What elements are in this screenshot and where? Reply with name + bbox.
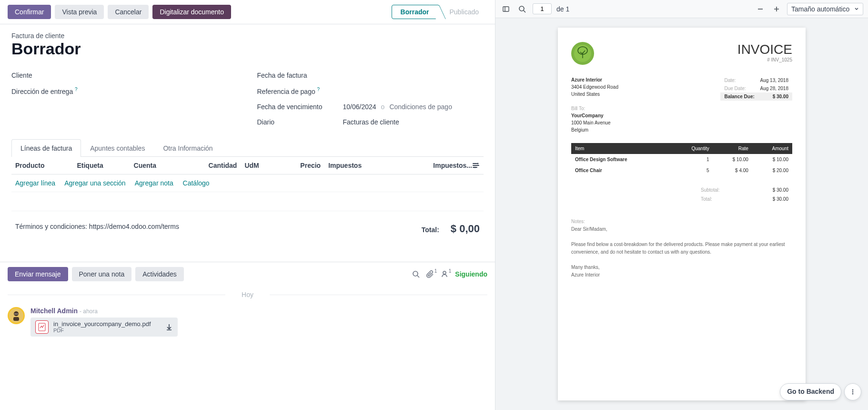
sidebar-toggle-icon[interactable] — [500, 3, 512, 15]
svg-point-15 — [852, 393, 854, 395]
date-separator: Hoy — [0, 286, 495, 303]
to-name: YourCompany — [571, 113, 604, 118]
invoice-items-table: Item Quantity Rate Amount Office Design … — [571, 143, 792, 176]
zoom-out-icon[interactable] — [755, 3, 766, 15]
more-icon[interactable] — [844, 383, 861, 400]
search-icon[interactable] — [516, 3, 528, 15]
tab-journal-items[interactable]: Apuntes contables — [81, 139, 154, 157]
pdf-toolbar: de 1 Tamaño automático — [495, 0, 868, 18]
col-tax-excl[interactable]: Impuestos... — [393, 157, 484, 174]
page-total: de 1 — [556, 5, 569, 13]
followers-icon[interactable]: 1 — [441, 270, 448, 278]
zoom-select[interactable]: Tamaño automático — [787, 3, 863, 15]
attachment[interactable]: in_invoice_yourcompany_demo.pdf PDF — [30, 318, 178, 337]
catalog-link[interactable]: Catálogo — [183, 179, 210, 187]
separator: o — [376, 103, 390, 111]
total-label: Total: — [422, 226, 439, 234]
chevron-down-icon — [854, 7, 859, 11]
attachment-name: in_invoice_yourcompany_demo.pdf — [53, 320, 151, 328]
journal-label: Diario — [257, 118, 343, 126]
svg-point-10 — [519, 6, 524, 11]
svg-point-3 — [443, 271, 446, 274]
svg-point-2 — [413, 271, 418, 276]
add-note-link[interactable]: Agregar nota — [135, 179, 173, 187]
message-time: - ahora — [80, 308, 98, 315]
invoice-date-label: Fecha de factura — [257, 72, 343, 79]
delivery-address-label: Dirección de entrega ? — [11, 87, 97, 95]
to-addr2: Belgium — [571, 127, 588, 133]
svg-rect-9 — [503, 7, 509, 11]
pdf-viewport[interactable]: INVOICE # INV_1025 Azure Interior 3404 E… — [495, 18, 868, 410]
activities-button[interactable]: Actividades — [135, 267, 184, 281]
cancel-button[interactable]: Cancelar — [108, 5, 149, 19]
col-product[interactable]: Producto — [11, 157, 73, 174]
digitize-button[interactable]: Digitalizar documento — [152, 5, 231, 19]
to-addr1: 1000 Main Avenue — [571, 120, 611, 125]
message: Mitchell Admin - ahora in_invoice_yourco… — [0, 303, 495, 340]
from-addr1: 3404 Edgewood Road — [571, 84, 618, 90]
tab-other-info[interactable]: Otra Información — [154, 139, 222, 157]
table-row: Office Design Software1$ 10.00$ 10.00 — [571, 154, 792, 165]
from-name: Azure Interior — [571, 77, 602, 82]
col-account[interactable]: Cuenta — [130, 157, 181, 174]
payment-ref-label: Referencia de pago ? — [257, 87, 343, 95]
pdf-page: INVOICE # INV_1025 Azure Interior 3404 E… — [558, 28, 806, 400]
search-icon[interactable] — [412, 270, 420, 278]
following-button[interactable]: Siguiendo — [455, 270, 487, 278]
col-price[interactable]: Precio — [278, 157, 324, 174]
go-to-backend-button[interactable]: Go to Backend — [780, 383, 841, 400]
invoice-number: # INV_1025 — [737, 57, 792, 62]
doc-type-label: Factura de cliente — [11, 32, 484, 40]
payment-terms-field[interactable]: Condiciones de pago — [389, 103, 452, 111]
chatter-bar: Enviar mensaje Poner una nota Actividade… — [0, 262, 495, 286]
tabs: Líneas de factura Apuntes contables Otra… — [11, 139, 484, 157]
send-message-button[interactable]: Enviar mensaje — [8, 267, 68, 281]
action-bar: Confirmar Vista previa Cancelar Digitali… — [0, 0, 495, 24]
logo — [571, 42, 594, 65]
log-note-button[interactable]: Poner una nota — [72, 267, 132, 281]
col-taxes[interactable]: Impuestos — [324, 157, 393, 174]
col-uom[interactable]: UdM — [241, 157, 277, 174]
col-qty[interactable]: Cantidad — [181, 157, 241, 174]
preview-button[interactable]: Vista previa — [55, 5, 104, 19]
status-bar: Borrador Publicado — [392, 5, 487, 19]
from-addr2: United States — [571, 92, 600, 97]
tab-invoice-lines[interactable]: Líneas de factura — [11, 139, 81, 157]
add-section-link[interactable]: Agregar una sección — [64, 179, 125, 187]
add-line-link[interactable]: Agregar línea — [15, 179, 55, 187]
col-label[interactable]: Etiqueta — [73, 157, 130, 174]
pdf-icon — [35, 320, 49, 334]
svg-rect-7 — [14, 313, 18, 315]
message-author[interactable]: Mitchell Admin — [30, 307, 78, 315]
due-date-field[interactable]: 10/06/2024 — [343, 103, 376, 111]
zoom-in-icon[interactable] — [771, 3, 782, 15]
svg-point-13 — [852, 390, 854, 391]
invoice-lines-table: Producto Etiqueta Cuenta Cantidad UdM Pr… — [11, 157, 484, 211]
help-icon[interactable]: ? — [75, 87, 78, 92]
bill-to-label: Bill To: — [571, 106, 585, 111]
due-date-label: Fecha de vencimiento — [257, 103, 343, 111]
svg-rect-6 — [13, 317, 19, 321]
invoice-title: INVOICE — [737, 42, 792, 57]
confirm-button[interactable]: Confirmar — [8, 5, 51, 19]
avatar — [8, 307, 25, 324]
status-draft[interactable]: Borrador — [392, 5, 438, 19]
settings-icon[interactable] — [472, 162, 480, 169]
svg-point-1 — [474, 166, 476, 168]
svg-point-14 — [852, 391, 854, 393]
form-sheet: Factura de cliente Borrador Cliente Dire… — [0, 24, 495, 262]
download-icon[interactable] — [156, 323, 173, 331]
help-icon[interactable]: ? — [317, 87, 320, 92]
doc-title: Borrador — [11, 40, 484, 58]
page-input[interactable] — [533, 3, 552, 14]
total-value: $ 0,00 — [451, 223, 480, 235]
status-posted[interactable]: Publicado — [438, 5, 488, 19]
terms-text[interactable]: Términos y condiciones: https://demo4.od… — [15, 223, 179, 235]
attachment-type: PDF — [53, 328, 151, 333]
journal-field[interactable]: Facturas de cliente — [343, 118, 399, 126]
svg-point-0 — [477, 163, 479, 164]
table-row: Office Chair5$ 4.00$ 20.00 — [571, 165, 792, 176]
attachment-icon[interactable]: 1 — [426, 270, 434, 278]
client-label: Cliente — [11, 72, 97, 79]
